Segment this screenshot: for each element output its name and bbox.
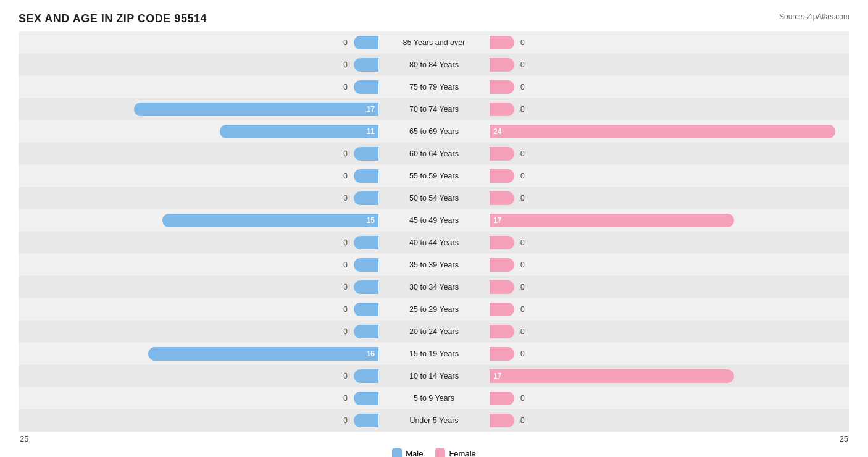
male-bar: [354, 325, 378, 338]
female-side: 0: [490, 387, 849, 409]
female-outside-value: 0: [520, 350, 525, 358]
male-bar: [354, 280, 378, 294]
male-side: 11: [19, 120, 378, 143]
female-bar: [490, 280, 514, 294]
legend: Male Female: [19, 448, 849, 457]
male-bar: [354, 369, 378, 383]
female-bar: [490, 36, 514, 49]
female-bar-value: 24: [493, 127, 501, 136]
source-label: Source: ZipAtlas.com: [779, 12, 849, 21]
legend-female: Female: [435, 448, 475, 457]
female-bar: [490, 414, 514, 427]
male-side: 16: [19, 343, 378, 365]
male-bar-value: 17: [367, 105, 375, 114]
male-outside-value: 0: [343, 394, 348, 403]
female-side: 0: [490, 321, 849, 343]
chart-container: SEX AND AGE IN ZIP CODE 95514 Source: Zi…: [0, 0, 868, 457]
female-bar: [490, 236, 514, 249]
female-side: 17: [490, 365, 849, 387]
age-label: 15 to 19 Years: [378, 350, 490, 358]
male-outside-value: 0: [343, 38, 348, 47]
female-side: 0: [490, 31, 849, 54]
chart-body: 085 Years and over0080 to 84 Years0075 t…: [19, 31, 849, 432]
male-outside-value: 0: [343, 149, 348, 158]
male-side: 0: [19, 143, 378, 165]
table-row: 010 to 14 Years17: [19, 365, 849, 387]
female-side: 0: [490, 187, 849, 209]
male-bar: [354, 392, 378, 405]
male-outside-value: 0: [343, 172, 348, 180]
male-side: 0: [19, 31, 378, 54]
male-side: 0: [19, 187, 378, 209]
female-outside-value: 0: [520, 172, 525, 180]
male-bar: [354, 236, 378, 249]
female-outside-value: 0: [520, 283, 525, 291]
female-bar-value: 17: [493, 216, 501, 225]
table-row: 085 Years and over0: [19, 31, 849, 54]
female-outside-value: 0: [520, 238, 525, 247]
age-label: 45 to 49 Years: [378, 216, 490, 225]
female-outside-value: 0: [520, 83, 525, 91]
male-outside-value: 0: [343, 238, 348, 247]
female-side: 0: [490, 76, 849, 98]
female-bar: [490, 258, 514, 272]
age-label: 65 to 69 Years: [378, 127, 490, 136]
male-bar: [354, 147, 378, 161]
male-outside-value: 0: [343, 83, 348, 91]
axis-left: 25: [20, 434, 28, 443]
table-row: 1545 to 49 Years17: [19, 209, 849, 232]
female-side: 17: [490, 209, 849, 232]
female-side: 0: [490, 98, 849, 120]
female-bar: [490, 80, 514, 94]
male-side: 0: [19, 321, 378, 343]
female-bar: 17: [490, 369, 734, 383]
male-bar: [354, 414, 378, 427]
female-bar: 24: [490, 125, 835, 138]
female-outside-value: 0: [520, 38, 525, 47]
female-outside-value: 0: [520, 61, 525, 69]
female-side: 0: [490, 54, 849, 76]
male-side: 0: [19, 232, 378, 254]
male-bar: 15: [162, 214, 378, 227]
male-outside-value: 0: [343, 261, 348, 269]
male-outside-value: 0: [343, 416, 348, 425]
legend-female-box: [435, 448, 445, 457]
male-outside-value: 0: [343, 194, 348, 203]
age-label: 80 to 84 Years: [378, 61, 490, 69]
female-outside-value: 0: [520, 194, 525, 203]
female-outside-value: 0: [520, 394, 525, 403]
female-side: 0: [490, 254, 849, 276]
age-label: 55 to 59 Years: [378, 172, 490, 180]
table-row: 020 to 24 Years0: [19, 321, 849, 343]
male-outside-value: 0: [343, 283, 348, 291]
axis-right: 25: [840, 434, 848, 443]
age-label: 25 to 29 Years: [378, 305, 490, 314]
table-row: 050 to 54 Years0: [19, 187, 849, 209]
axis-labels: 25 25: [19, 434, 849, 443]
female-bar: 17: [490, 214, 734, 227]
female-bar: [490, 147, 514, 161]
male-bar: 11: [220, 125, 378, 138]
male-side: 0: [19, 76, 378, 98]
female-side: 0: [490, 165, 849, 187]
male-side: 0: [19, 298, 378, 321]
female-side: 24: [490, 120, 849, 143]
table-row: 1165 to 69 Years24: [19, 120, 849, 143]
male-bar: [354, 58, 378, 72]
female-outside-value: 0: [520, 261, 525, 269]
age-label: 75 to 79 Years: [378, 83, 490, 91]
legend-male-box: [392, 448, 402, 457]
female-bar: [490, 169, 514, 183]
male-bar: [354, 303, 378, 316]
female-outside-value: 0: [520, 416, 525, 425]
table-row: 075 to 79 Years0: [19, 76, 849, 98]
male-outside-value: 0: [343, 305, 348, 314]
male-bar: 16: [148, 347, 378, 361]
legend-male-label: Male: [406, 449, 423, 458]
male-side: 0: [19, 54, 378, 76]
table-row: 040 to 44 Years0: [19, 232, 849, 254]
male-bar: 17: [134, 103, 378, 116]
legend-male: Male: [392, 448, 423, 457]
legend-female-label: Female: [449, 449, 475, 458]
male-outside-value: 0: [343, 372, 348, 380]
